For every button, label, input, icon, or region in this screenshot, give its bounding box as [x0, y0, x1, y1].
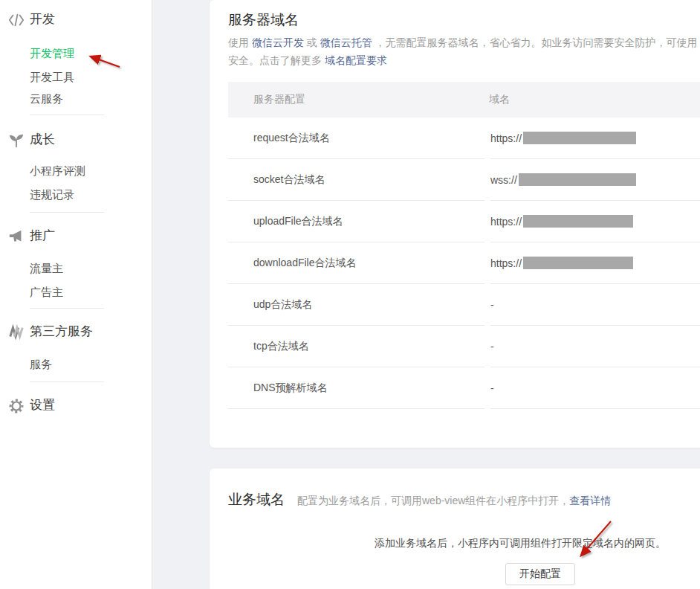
redacted-domain [519, 173, 636, 186]
table-row: socket合法域名 wss:// [228, 159, 700, 201]
link-view-details[interactable]: 查看详情 [569, 495, 611, 506]
row-config-label: uploadFile合法域名 [228, 201, 485, 242]
header-server-config: 服务器配置 [228, 93, 489, 106]
row-domain-value: https:// [490, 118, 700, 159]
sidebar-divider [30, 115, 104, 115]
table-header: 服务器配置 域名 [228, 82, 700, 118]
server-domain-title: 服务器域名 [228, 10, 299, 30]
table-row: request合法域名 https:// [228, 118, 700, 159]
row-domain-value: https:// [490, 201, 700, 242]
row-config-label: udp合法域名 [228, 284, 485, 326]
row-domain-value: - [490, 367, 700, 409]
table-row: udp合法域名 - [228, 284, 700, 326]
server-domain-table: 服务器配置 域名 request合法域名 https:// socket合法域名… [228, 82, 700, 409]
sidebar-divider [30, 212, 104, 213]
server-domain-description: 使用 微信云开发 或 微信云托管 ，无需配置服务器域名，省心省力。如业务访问需要… [228, 33, 700, 69]
redacted-domain [523, 215, 633, 228]
link-wechat-cloud-dev[interactable]: 微信云开发 [252, 36, 304, 48]
domain-empty-dash: - [490, 299, 494, 311]
description-line-1: 使用 微信云开发 或 微信云托管 ，无需配置服务器域名，省心省力。如业务访问需要… [228, 33, 700, 51]
sidebar-section-promotion[interactable]: 推广 [30, 228, 55, 243]
domain-prefix: https:// [490, 216, 522, 228]
link-domain-config-requirements[interactable]: 域名配置要求 [325, 54, 387, 66]
redacted-domain [523, 257, 633, 269]
gear-icon [8, 398, 25, 414]
sidebar: 开发 开发管理 开发工具 云服务 成长 小程序评测 违规记录 推广 流量主 广告… [0, 0, 152, 589]
third-party-icon [8, 324, 25, 341]
table-row: uploadFile合法域名 https:// [228, 201, 700, 242]
business-domain-note: 添加业务域名后，小程序内可调用组件打开限定域名内的网页。 [250, 535, 666, 550]
sidebar-item-miniprogram-evaluation[interactable]: 小程序评测 [30, 164, 85, 178]
redacted-domain [523, 132, 636, 144]
row-domain-value: https:// [490, 242, 700, 284]
sidebar-section-growth[interactable]: 成长 [30, 132, 55, 147]
sidebar-divider [30, 308, 104, 309]
megaphone-icon [8, 228, 25, 245]
start-configuration-button[interactable]: 开始配置 [505, 563, 575, 585]
code-icon [8, 12, 25, 28]
table-row: downloadFile合法域名 https:// [228, 242, 700, 284]
row-domain-value: - [490, 284, 700, 326]
header-domain: 域名 [489, 93, 700, 106]
business-domain-title: 业务域名 [228, 490, 285, 509]
row-config-label: downloadFile合法域名 [228, 242, 485, 284]
server-domain-card: 服务器域名 使用 微信云开发 或 微信云托管 ，无需配置服务器域名，省心省力。如… [210, 0, 700, 448]
sidebar-section-third-party[interactable]: 第三方服务 [30, 324, 93, 339]
domain-prefix: wss:// [490, 174, 517, 186]
sprout-icon [8, 132, 25, 149]
row-config-label: DNS预解析域名 [228, 367, 485, 409]
row-config-label: request合法域名 [228, 118, 485, 159]
domain-prefix: https:// [490, 132, 522, 144]
table-row: DNS预解析域名 - [228, 367, 700, 409]
sidebar-item-violation-records[interactable]: 违规记录 [30, 188, 74, 202]
row-domain-value: - [490, 326, 700, 367]
row-domain-value: wss:// [490, 159, 700, 201]
table-row: tcp合法域名 - [228, 326, 700, 367]
sidebar-item-service[interactable]: 服务 [30, 358, 52, 371]
sidebar-item-traffic-owner[interactable]: 流量主 [30, 262, 63, 275]
business-domain-card: 业务域名 配置为业务域名后，可调用web-view组件在小程序中打开，查看详情 … [210, 469, 700, 589]
row-config-label: socket合法域名 [228, 159, 485, 201]
sidebar-divider [30, 382, 104, 382]
domain-empty-dash: - [490, 382, 494, 394]
link-wechat-cloud-hosting[interactable]: 微信云托管 [320, 36, 372, 48]
domain-prefix: https:// [490, 257, 522, 269]
sidebar-item-advertiser[interactable]: 广告主 [30, 286, 63, 299]
domain-empty-dash: - [490, 341, 494, 353]
sidebar-item-dev-management[interactable]: 开发管理 [30, 47, 74, 60]
business-domain-description: 配置为业务域名后，可调用web-view组件在小程序中打开，查看详情 [297, 495, 611, 508]
sidebar-item-dev-tools[interactable]: 开发工具 [30, 71, 74, 84]
sidebar-section-dev[interactable]: 开发 [30, 12, 55, 27]
sidebar-item-cloud-service[interactable]: 云服务 [30, 92, 63, 106]
sidebar-section-settings[interactable]: 设置 [30, 398, 55, 413]
description-line-2: 安全。点击了解更多 域名配置要求 [228, 51, 700, 69]
row-config-label: tcp合法域名 [228, 326, 485, 367]
